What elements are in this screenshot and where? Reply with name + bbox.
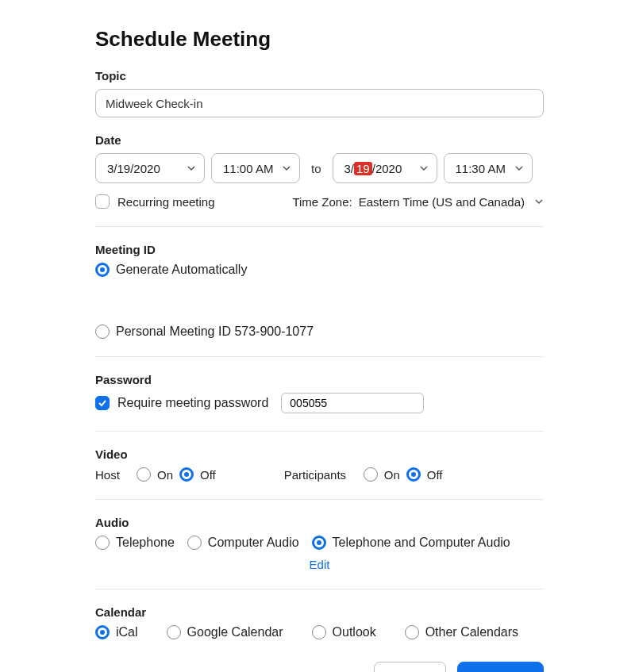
- radio-other-calendars[interactable]: Other Calendars: [405, 625, 518, 639]
- radio-outlook[interactable]: Outlook: [312, 625, 376, 639]
- date-label: Date: [95, 133, 544, 147]
- end-date-select[interactable]: 3/19/2020: [333, 153, 437, 183]
- radio-telephone[interactable]: Telephone: [95, 536, 175, 550]
- to-label: to: [306, 162, 326, 175]
- radio-icon: [312, 625, 326, 639]
- radio-label: On: [157, 468, 173, 482]
- recurring-checkbox[interactable]: Recurring meeting: [95, 194, 215, 209]
- radio-label: Generate Automatically: [116, 263, 247, 277]
- radio-label: Computer Audio: [208, 536, 299, 550]
- end-time-value: 11:30 AM: [456, 162, 506, 175]
- divider: [95, 431, 544, 432]
- radio-participants-off[interactable]: Off: [406, 467, 443, 482]
- chevron-down-icon: [514, 163, 524, 173]
- cancel-button[interactable]: Cancel: [374, 662, 446, 672]
- end-time-select[interactable]: 11:30 AM: [444, 153, 533, 183]
- timezone-label: Time Zone:: [292, 195, 352, 209]
- radio-computer-audio[interactable]: Computer Audio: [187, 536, 299, 550]
- radio-label: Telephone and Computer Audio: [333, 536, 510, 550]
- radio-ical[interactable]: iCal: [95, 625, 138, 639]
- require-password-checkbox[interactable]: Require meeting password: [95, 396, 268, 410]
- video-host-label: Host: [95, 468, 130, 482]
- password-label: Password: [95, 373, 544, 386]
- radio-label: Outlook: [333, 625, 376, 639]
- radio-icon: [95, 536, 110, 550]
- meeting-id-label: Meeting ID: [95, 243, 544, 256]
- date-row: 3/19/2020 11:00 AM to 3/19/2020 11:30 AM: [95, 153, 544, 183]
- audio-label: Audio: [95, 516, 544, 529]
- radio-icon: [405, 625, 419, 639]
- divider: [95, 589, 544, 589]
- radio-label: Telephone: [116, 536, 175, 550]
- radio-label: iCal: [116, 625, 138, 639]
- radio-label: Google Calendar: [187, 625, 283, 639]
- radio-icon: [364, 467, 378, 482]
- divider: [95, 499, 544, 500]
- radio-icon: [406, 467, 421, 482]
- radio-icon: [312, 536, 326, 550]
- radio-google-calendar[interactable]: Google Calendar: [167, 625, 283, 639]
- radio-icon: [95, 625, 110, 639]
- radio-host-off[interactable]: Off: [179, 467, 216, 482]
- calendar-label: Calendar: [95, 605, 544, 619]
- divider: [95, 226, 544, 227]
- timezone-select[interactable]: Time Zone: Eastern Time (US and Canada): [292, 195, 544, 209]
- radio-icon: [95, 324, 110, 339]
- radio-icon: [137, 467, 151, 482]
- start-time-select[interactable]: 11:00 AM: [211, 153, 300, 183]
- end-date-value: 3/19/2020: [344, 162, 402, 175]
- start-date-value: 3/19/2020: [107, 162, 160, 175]
- radio-personal-meeting-id[interactable]: Personal Meeting ID 573-900-1077: [95, 324, 314, 339]
- highlighted-day: 19: [354, 162, 372, 175]
- checkbox-icon: [95, 396, 110, 410]
- checkbox-icon: [95, 194, 110, 209]
- chevron-down-icon: [282, 163, 291, 173]
- chevron-down-icon: [419, 163, 429, 173]
- require-password-label: Require meeting password: [117, 396, 268, 410]
- topic-input[interactable]: [95, 89, 544, 117]
- recurring-label: Recurring meeting: [117, 195, 215, 209]
- radio-icon: [95, 263, 110, 277]
- radio-telephone-and-computer[interactable]: Telephone and Computer Audio: [312, 536, 510, 550]
- chevron-down-icon: [534, 197, 544, 206]
- page-title: Schedule Meeting: [95, 27, 544, 52]
- radio-participants-on[interactable]: On: [364, 467, 400, 482]
- audio-edit-link[interactable]: Edit: [95, 558, 544, 571]
- radio-label: Personal Meeting ID 573-900-1077: [116, 324, 314, 339]
- topic-label: Topic: [95, 69, 544, 83]
- password-input[interactable]: [281, 393, 424, 413]
- video-participants-label: Participants: [284, 468, 357, 482]
- schedule-meeting-form: Schedule Meeting Topic Date 3/19/2020 11…: [0, 0, 635, 672]
- radio-icon: [167, 625, 181, 639]
- start-time-value: 11:00 AM: [223, 162, 273, 175]
- radio-label: Off: [200, 468, 216, 482]
- chevron-down-icon: [187, 163, 196, 173]
- radio-icon: [179, 467, 194, 482]
- radio-label: Other Calendars: [425, 625, 518, 639]
- radio-label: Off: [427, 468, 443, 482]
- start-date-select[interactable]: 3/19/2020: [95, 153, 205, 183]
- divider: [95, 356, 544, 357]
- schedule-button[interactable]: Schedule: [457, 662, 544, 672]
- footer: Cancel Schedule: [95, 662, 544, 672]
- timezone-value: Eastern Time (US and Canada): [359, 195, 525, 209]
- radio-generate-automatically[interactable]: Generate Automatically: [95, 263, 247, 277]
- radio-icon: [187, 536, 202, 550]
- radio-host-on[interactable]: On: [137, 467, 173, 482]
- radio-label: On: [384, 468, 400, 482]
- video-label: Video: [95, 447, 544, 461]
